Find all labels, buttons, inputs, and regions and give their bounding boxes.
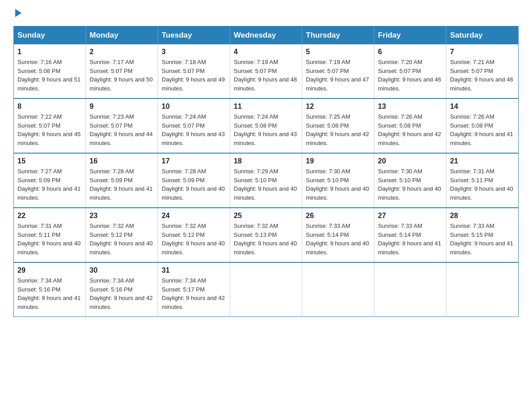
calendar-week-row: 1 Sunrise: 7:16 AMSunset: 5:08 PMDayligh… [14,44,519,98]
day-info: Sunrise: 7:33 AMSunset: 5:14 PMDaylight:… [306,223,369,256]
calendar-cell: 16 Sunrise: 7:28 AMSunset: 5:09 PMDaylig… [86,153,158,208]
day-info: Sunrise: 7:32 AMSunset: 5:12 PMDaylight:… [90,223,153,256]
calendar-week-row: 22 Sunrise: 7:31 AMSunset: 5:11 PMDaylig… [14,208,519,262]
calendar-cell: 10 Sunrise: 7:24 AMSunset: 5:07 PMDaylig… [158,98,230,153]
weekday-header-thursday: Thursday [302,26,374,45]
day-number: 17 [162,157,226,165]
calendar-cell: 21 Sunrise: 7:31 AMSunset: 5:11 PMDaylig… [446,153,519,208]
day-number: 19 [306,157,370,165]
page-header [13,9,519,17]
calendar-cell: 24 Sunrise: 7:32 AMSunset: 5:12 PMDaylig… [158,208,230,262]
weekday-header-tuesday: Tuesday [158,26,230,45]
calendar-cell: 9 Sunrise: 7:23 AMSunset: 5:07 PMDayligh… [86,98,158,153]
day-info: Sunrise: 7:19 AMSunset: 5:07 PMDaylight:… [234,59,297,92]
logo-chevron-icon [15,9,21,17]
calendar-cell: 7 Sunrise: 7:21 AMSunset: 5:07 PMDayligh… [446,44,519,98]
day-info: Sunrise: 7:23 AMSunset: 5:07 PMDaylight:… [90,113,153,146]
calendar-cell: 5 Sunrise: 7:19 AMSunset: 5:07 PMDayligh… [302,44,374,98]
day-info: Sunrise: 7:30 AMSunset: 5:10 PMDaylight:… [306,168,369,201]
day-number: 8 [17,103,82,111]
day-number: 24 [162,212,226,220]
day-info: Sunrise: 7:32 AMSunset: 5:12 PMDaylight:… [162,223,225,256]
day-info: Sunrise: 7:34 AMSunset: 5:17 PMDaylight:… [162,277,225,310]
day-number: 25 [234,212,298,220]
day-info: Sunrise: 7:31 AMSunset: 5:11 PMDaylight:… [450,168,513,201]
calendar-cell: 18 Sunrise: 7:29 AMSunset: 5:10 PMDaylig… [230,153,302,208]
calendar-cell: 15 Sunrise: 7:27 AMSunset: 5:09 PMDaylig… [14,153,86,208]
calendar-cell: 22 Sunrise: 7:31 AMSunset: 5:11 PMDaylig… [14,208,86,262]
calendar-cell: 20 Sunrise: 7:30 AMSunset: 5:10 PMDaylig… [374,153,446,208]
day-info: Sunrise: 7:33 AMSunset: 5:14 PMDaylight:… [378,223,441,256]
day-number: 29 [17,266,82,274]
day-info: Sunrise: 7:22 AMSunset: 5:07 PMDaylight:… [17,113,81,146]
calendar-cell: 30 Sunrise: 7:34 AMSunset: 5:16 PMDaylig… [86,262,158,317]
calendar-cell: 14 Sunrise: 7:26 AMSunset: 5:08 PMDaylig… [446,98,519,153]
calendar-cell: 23 Sunrise: 7:32 AMSunset: 5:12 PMDaylig… [86,208,158,262]
weekday-header-wednesday: Wednesday [230,26,302,45]
day-info: Sunrise: 7:32 AMSunset: 5:13 PMDaylight:… [234,223,297,256]
calendar-cell [302,262,374,317]
calendar-table: SundayMondayTuesdayWednesdayThursdayFrid… [13,26,519,317]
day-info: Sunrise: 7:20 AMSunset: 5:07 PMDaylight:… [378,59,441,92]
day-info: Sunrise: 7:34 AMSunset: 5:16 PMDaylight:… [17,277,81,310]
day-number: 4 [234,48,298,56]
day-info: Sunrise: 7:26 AMSunset: 5:08 PMDaylight:… [450,113,513,146]
calendar-cell: 25 Sunrise: 7:32 AMSunset: 5:13 PMDaylig… [230,208,302,262]
calendar-cell: 17 Sunrise: 7:28 AMSunset: 5:09 PMDaylig… [158,153,230,208]
day-info: Sunrise: 7:28 AMSunset: 5:09 PMDaylight:… [162,168,225,201]
day-number: 9 [90,103,154,111]
day-number: 31 [162,266,226,274]
day-number: 26 [306,212,370,220]
day-number: 3 [162,48,226,56]
day-number: 21 [450,157,515,165]
calendar-cell: 12 Sunrise: 7:25 AMSunset: 5:08 PMDaylig… [302,98,374,153]
day-number: 1 [17,48,82,56]
day-number: 10 [162,103,226,111]
calendar-week-row: 15 Sunrise: 7:27 AMSunset: 5:09 PMDaylig… [14,153,519,208]
weekday-header-row: SundayMondayTuesdayWednesdayThursdayFrid… [14,26,519,45]
calendar-cell: 11 Sunrise: 7:24 AMSunset: 5:08 PMDaylig… [230,98,302,153]
calendar-cell: 26 Sunrise: 7:33 AMSunset: 5:14 PMDaylig… [302,208,374,262]
day-info: Sunrise: 7:25 AMSunset: 5:08 PMDaylight:… [306,113,369,146]
day-number: 28 [450,212,515,220]
calendar-cell: 1 Sunrise: 7:16 AMSunset: 5:08 PMDayligh… [14,44,86,98]
day-number: 6 [378,48,442,56]
day-info: Sunrise: 7:24 AMSunset: 5:08 PMDaylight:… [234,113,297,146]
day-info: Sunrise: 7:21 AMSunset: 5:07 PMDaylight:… [450,59,513,92]
calendar-cell: 27 Sunrise: 7:33 AMSunset: 5:14 PMDaylig… [374,208,446,262]
day-info: Sunrise: 7:19 AMSunset: 5:07 PMDaylight:… [306,59,369,92]
day-info: Sunrise: 7:24 AMSunset: 5:07 PMDaylight:… [162,113,225,146]
day-info: Sunrise: 7:31 AMSunset: 5:11 PMDaylight:… [17,223,81,256]
day-info: Sunrise: 7:17 AMSunset: 5:07 PMDaylight:… [90,59,153,92]
calendar-cell: 19 Sunrise: 7:30 AMSunset: 5:10 PMDaylig… [302,153,374,208]
day-number: 11 [234,103,298,111]
weekday-header-monday: Monday [86,26,158,45]
logo [13,9,21,17]
weekday-header-friday: Friday [374,26,446,45]
calendar-cell: 31 Sunrise: 7:34 AMSunset: 5:17 PMDaylig… [158,262,230,317]
day-number: 14 [450,103,515,111]
day-info: Sunrise: 7:27 AMSunset: 5:09 PMDaylight:… [17,168,81,201]
weekday-header-saturday: Saturday [446,26,519,45]
day-info: Sunrise: 7:33 AMSunset: 5:15 PMDaylight:… [450,223,513,256]
weekday-header-sunday: Sunday [14,26,86,45]
day-number: 23 [90,212,154,220]
calendar-cell: 4 Sunrise: 7:19 AMSunset: 5:07 PMDayligh… [230,44,302,98]
day-info: Sunrise: 7:28 AMSunset: 5:09 PMDaylight:… [90,168,153,201]
calendar-cell: 8 Sunrise: 7:22 AMSunset: 5:07 PMDayligh… [14,98,86,153]
day-info: Sunrise: 7:29 AMSunset: 5:10 PMDaylight:… [234,168,297,201]
day-info: Sunrise: 7:18 AMSunset: 5:07 PMDaylight:… [162,59,225,92]
day-number: 27 [378,212,442,220]
day-info: Sunrise: 7:34 AMSunset: 5:16 PMDaylight:… [90,277,153,310]
day-number: 30 [90,266,154,274]
calendar-cell: 29 Sunrise: 7:34 AMSunset: 5:16 PMDaylig… [14,262,86,317]
calendar-week-row: 29 Sunrise: 7:34 AMSunset: 5:16 PMDaylig… [14,262,519,317]
calendar-cell: 28 Sunrise: 7:33 AMSunset: 5:15 PMDaylig… [446,208,519,262]
day-number: 20 [378,157,442,165]
day-number: 16 [90,157,154,165]
calendar-cell [446,262,519,317]
calendar-cell: 3 Sunrise: 7:18 AMSunset: 5:07 PMDayligh… [158,44,230,98]
day-number: 2 [90,48,154,56]
day-info: Sunrise: 7:30 AMSunset: 5:10 PMDaylight:… [378,168,441,201]
day-number: 15 [17,157,82,165]
